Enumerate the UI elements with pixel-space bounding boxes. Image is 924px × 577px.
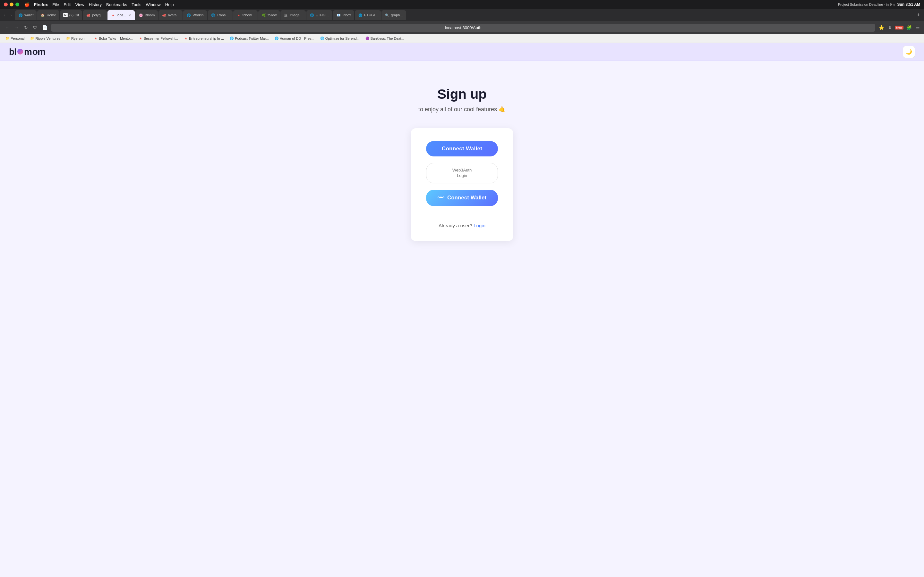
urlbar-refresh-button[interactable]: ↻ bbox=[23, 24, 29, 31]
tab-favicon-bloom: 🌸 bbox=[139, 13, 143, 17]
bookmark-favicon: 🔺 bbox=[184, 37, 188, 40]
tab-favicon-wallet: 🌐 bbox=[18, 13, 23, 17]
bookmark-label: Human of DD - Pres... bbox=[280, 37, 314, 40]
bookmark-ryerson[interactable]: 📁 Ryerson bbox=[64, 36, 87, 41]
tab-label-local: loca... bbox=[117, 13, 126, 17]
back-button[interactable]: ‹ bbox=[2, 11, 7, 19]
bookmark-bessemer[interactable]: 🔺 Bessemer Fellowshi... bbox=[136, 36, 181, 41]
tab-label-working: Workin bbox=[192, 13, 204, 17]
tab-ethg2[interactable]: 🌐 ETHGl... bbox=[355, 10, 381, 20]
logo-text-1: bl bbox=[9, 47, 16, 57]
tab-bloom[interactable]: 🌸 Bloom bbox=[136, 10, 158, 20]
auth-card: Connect Wallet Web3Auth Login 〰 Connect … bbox=[411, 128, 513, 241]
bookmark-label: Podcast Twitter Mar... bbox=[235, 37, 269, 40]
tab-follow[interactable]: 🌿 follow bbox=[258, 10, 280, 20]
tab-favicon-home: 🏠 bbox=[40, 13, 45, 17]
bookmark-human[interactable]: 🌐 Human of DD - Pres... bbox=[272, 36, 317, 41]
new-tab-button[interactable]: + bbox=[915, 11, 922, 19]
bookmark-optimize[interactable]: 🌐 Optimize for Serend... bbox=[318, 36, 362, 41]
bookmark-podcast[interactable]: 🌐 Podcast Twitter Mar... bbox=[228, 36, 271, 41]
menu-tools[interactable]: Tools bbox=[132, 2, 141, 7]
minimize-button[interactable] bbox=[10, 3, 13, 6]
urlbar-back-button[interactable]: ← bbox=[3, 24, 11, 31]
more-icon[interactable]: ☰ bbox=[915, 24, 921, 31]
menu-edit[interactable]: Edit bbox=[63, 2, 71, 7]
app-header: bl m om 🌙 bbox=[0, 43, 924, 61]
tab-notion[interactable]: N (2) Git bbox=[60, 10, 82, 20]
menu-view[interactable]: View bbox=[75, 2, 84, 7]
tab-local[interactable]: 🔺 loca... ✕ bbox=[107, 10, 135, 20]
forward-button[interactable]: › bbox=[9, 11, 14, 19]
urlbar: ← → ↻ 🛡 📄 ⭐ ⬇ New 🧩 ☰ bbox=[0, 21, 924, 34]
titlebar: 🍎 Firefox File Edit View History Bookmar… bbox=[0, 0, 924, 9]
web3auth-label-line1: Web3Auth bbox=[439, 168, 485, 173]
tab-image[interactable]: 🖼 Image... bbox=[280, 10, 306, 20]
menu-bookmarks[interactable]: Bookmarks bbox=[106, 2, 127, 7]
bookmark-ripple[interactable]: 📁 Ripple Ventures bbox=[28, 36, 63, 41]
connect-wallet-button-2[interactable]: 〰 Connect Wallet bbox=[426, 190, 498, 206]
close-button[interactable] bbox=[4, 3, 8, 6]
connect-wallet-label-2: Connect Wallet bbox=[447, 195, 486, 201]
extensions-icon[interactable]: 🧩 bbox=[905, 24, 913, 31]
bookmark-label: Ripple Ventures bbox=[35, 37, 60, 40]
tab-close-local[interactable]: ✕ bbox=[128, 13, 132, 17]
bookmark-bankless[interactable]: 🟣 Bankless: The Deat... bbox=[363, 36, 407, 41]
time-display: Sun 8:51 AM bbox=[897, 2, 920, 7]
tab-inbox[interactable]: 📧 Inbox bbox=[333, 10, 354, 20]
menu-help[interactable]: Help bbox=[165, 2, 174, 7]
bookmark-label: Ryerson bbox=[71, 37, 84, 40]
traffic-lights bbox=[4, 3, 19, 6]
download-icon[interactable]: ⬇ bbox=[887, 24, 893, 31]
bookmark-star-icon[interactable]: ⭐ bbox=[878, 24, 885, 31]
logo-dot bbox=[17, 49, 23, 55]
tab-label-notion: (2) Git bbox=[69, 13, 79, 17]
bookmark-boba[interactable]: 🔺 Boba Talks – Mento... bbox=[91, 36, 135, 41]
tab-working[interactable]: 🌐 Workin bbox=[183, 10, 207, 20]
login-link[interactable]: Login bbox=[473, 223, 485, 228]
url-input[interactable] bbox=[51, 24, 875, 32]
bookmark-label: Entrepreneurship In ... bbox=[189, 37, 224, 40]
bookmarks-bar: 📁 Personal 📁 Ripple Ventures 📁 Ryerson 🔺… bbox=[0, 34, 924, 43]
tab-label-tchow: tchow... bbox=[242, 13, 254, 17]
tab-tchow[interactable]: 🔺 tchow... bbox=[233, 10, 258, 20]
menu-firefox[interactable]: Firefox bbox=[34, 2, 48, 7]
tab-label-trans: Transl... bbox=[217, 13, 229, 17]
tab-trans[interactable]: 🌐 Transl... bbox=[208, 10, 233, 20]
tab-favicon-notion: N bbox=[63, 13, 68, 17]
maximize-button[interactable] bbox=[15, 3, 19, 6]
menu-window[interactable]: Window bbox=[146, 2, 161, 7]
dark-mode-toggle[interactable]: 🌙 bbox=[903, 46, 915, 58]
tab-polygon[interactable]: 🐙 polyg... bbox=[83, 10, 107, 20]
tab-label-image: Image... bbox=[290, 13, 302, 17]
urlbar-forward-button[interactable]: → bbox=[13, 24, 21, 31]
bookmark-entrepreneurship[interactable]: 🔺 Entrepreneurship In ... bbox=[182, 36, 226, 41]
logo-text-2: m bbox=[24, 47, 32, 57]
tab-home[interactable]: 🏠 Home bbox=[37, 10, 59, 20]
tab-favicon-trans: 🌐 bbox=[211, 13, 215, 17]
tab-favicon-local: 🔺 bbox=[111, 13, 115, 17]
tab-avatar[interactable]: 🐙 avata... bbox=[158, 10, 183, 20]
page-subtitle: to enjoy all of our cool features 🤙 bbox=[418, 106, 506, 113]
tab-favicon-ethg: 🌐 bbox=[310, 13, 314, 17]
web3auth-login-button[interactable]: Web3Auth Login bbox=[426, 163, 498, 183]
menu-file[interactable]: File bbox=[52, 2, 59, 7]
tab-wallet[interactable]: 🌐 wallet bbox=[15, 10, 37, 20]
tab-graph[interactable]: 🔍 graph... bbox=[381, 10, 406, 20]
logo[interactable]: bl m om bbox=[9, 47, 45, 57]
tab-favicon-avatar: 🐙 bbox=[162, 13, 166, 17]
titlebar-left: 🍎 Firefox File Edit View History Bookmar… bbox=[4, 2, 174, 7]
tab-label-graph: graph... bbox=[391, 13, 403, 17]
bookmark-favicon: 🌐 bbox=[230, 37, 234, 40]
urlbar-nav: ← → ↻ bbox=[3, 24, 29, 31]
tab-favicon-ethg2: 🌐 bbox=[358, 13, 363, 17]
bookmark-label: Optimize for Serend... bbox=[325, 37, 360, 40]
tab-label-follow: follow bbox=[268, 13, 276, 17]
page-title: Sign up bbox=[437, 87, 487, 102]
menu-apple[interactable]: 🍎 bbox=[24, 2, 29, 7]
tab-ethg[interactable]: 🌐 ETHGl... bbox=[306, 10, 333, 20]
bookmark-personal[interactable]: 📁 Personal bbox=[3, 36, 27, 41]
connect-wallet-button-1[interactable]: Connect Wallet bbox=[426, 141, 498, 156]
titlebar-menu: 🍎 Firefox File Edit View History Bookmar… bbox=[24, 2, 174, 7]
tab-label-bloom: Bloom bbox=[145, 13, 155, 17]
menu-history[interactable]: History bbox=[89, 2, 102, 7]
